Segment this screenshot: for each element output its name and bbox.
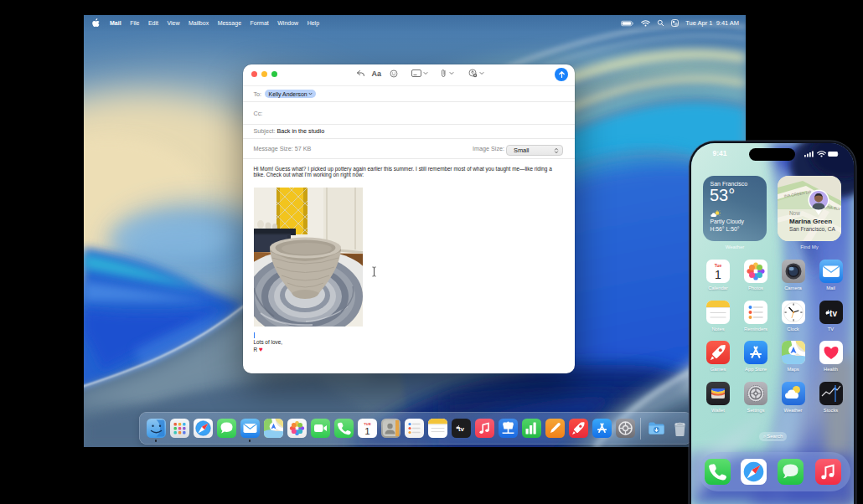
svg-text:Marina Green: Marina Green (789, 218, 832, 225)
svg-text:1: 1 (715, 268, 721, 281)
svg-text:tv: tv (829, 308, 837, 317)
svg-text:San Francisco, CA: San Francisco, CA (789, 226, 836, 232)
svg-text:tv: tv (457, 425, 464, 433)
svg-text:Now: Now (789, 210, 800, 216)
svg-text:1: 1 (364, 426, 369, 436)
